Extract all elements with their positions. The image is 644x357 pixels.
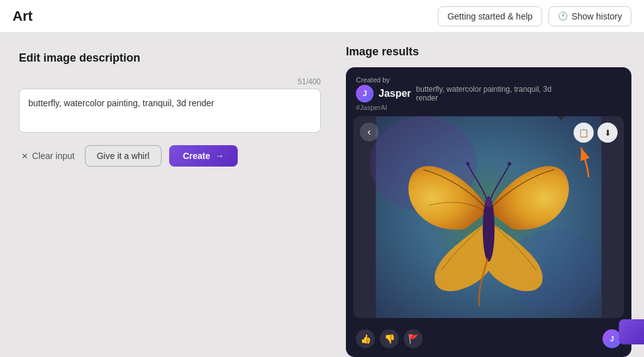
action-buttons: ✕ Clear input Give it a whirl Create → [19, 145, 321, 167]
clear-input-button[interactable]: ✕ Clear input [19, 146, 77, 166]
char-count-wrapper: 51/400 butterfly, watercolor painting, t… [19, 77, 321, 133]
create-arrow-icon: → [215, 151, 224, 161]
image-bottom-bar: 👍 👎 🚩 J [346, 324, 631, 357]
left-panel: Edit image description 51/400 butterfly,… [0, 33, 340, 357]
author-description: butterfly, watercolor painting, tranquil… [416, 85, 555, 102]
textarea-content: butterfly, watercolor painting, tranquil… [28, 97, 311, 110]
avatar: J [356, 85, 374, 102]
copy-to-clipboard-button[interactable]: 📋 [574, 123, 594, 143]
header-actions: Getting started & help 🕐 Show history [438, 6, 631, 26]
created-by-label: Created by [356, 76, 555, 84]
thumbs-down-button[interactable]: 👎 [380, 329, 399, 348]
reaction-buttons: 👍 👎 🚩 [356, 329, 423, 348]
image-description-input[interactable]: butterfly, watercolor painting, tranquil… [19, 89, 321, 133]
svg-point-6 [508, 162, 511, 166]
card-header: Created by J Jasper butterfly, watercolo… [346, 67, 631, 116]
back-button[interactable]: ‹ [360, 123, 379, 141]
section-header: Edit image description [19, 52, 321, 67]
create-button[interactable]: Create → [169, 145, 238, 167]
author-name: Jasper [379, 88, 411, 99]
getting-started-button[interactable]: Getting started & help [438, 6, 541, 26]
app-header: Art Getting started & help 🕐 Show histor… [0, 0, 644, 33]
right-section-title: Image results [346, 45, 631, 58]
give-it-a-whirl-button[interactable]: Give it a whirl [85, 145, 162, 167]
main-layout: Edit image description 51/400 butterfly,… [0, 33, 644, 357]
image-action-buttons: Copy to clipboard 📋 ⬇ [574, 123, 618, 143]
whirl-label: Give it a whirl [97, 151, 150, 161]
clear-label: Clear input [32, 151, 75, 161]
right-panel: Image results Created by J Jasper butter… [340, 33, 644, 357]
x-icon: ✕ [21, 151, 28, 161]
app-logo: Art [13, 8, 33, 25]
author-info: Created by J Jasper butterfly, watercolo… [356, 76, 555, 111]
create-label: Create [183, 151, 211, 161]
clock-icon: 🕐 [558, 11, 568, 21]
flag-button[interactable]: 🚩 [404, 329, 423, 348]
char-count: 51/400 [19, 77, 321, 86]
image-card: Created by J Jasper butterfly, watercolo… [346, 67, 631, 357]
thumbs-up-icon: 👍 [360, 334, 371, 344]
hashtag: #JasperAI [356, 104, 555, 111]
show-history-label: Show history [572, 11, 622, 21]
flag-icon: 🚩 [408, 334, 419, 344]
butterfly-image [353, 116, 624, 318]
bottom-right-purple-hint [619, 319, 644, 344]
image-viewer: ‹ Copy to clipboard 📋 ⬇ [353, 116, 624, 318]
left-section-title: Edit image description [19, 52, 321, 65]
copy-button-container: Copy to clipboard 📋 [574, 123, 594, 143]
thumbs-up-button[interactable]: 👍 [356, 329, 375, 348]
download-button[interactable]: ⬇ [597, 123, 618, 143]
svg-point-5 [466, 162, 470, 166]
thumbs-down-icon: 👎 [384, 334, 395, 344]
author-row: J Jasper butterfly, watercolor painting,… [356, 85, 555, 102]
getting-started-label: Getting started & help [447, 11, 532, 21]
show-history-button[interactable]: 🕐 Show history [548, 6, 631, 26]
